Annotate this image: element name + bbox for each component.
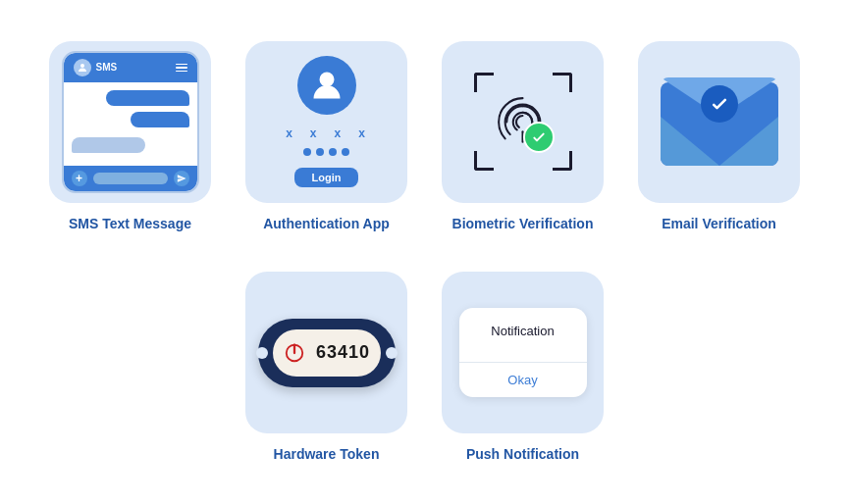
push-okay-button[interactable]: Okay [459,363,587,397]
hw-code-display: 63410 [316,342,370,363]
sms-header-left: SMS [74,59,118,76]
email-envelope-icon [661,77,778,166]
svg-point-1 [319,73,334,87]
bio-frame [474,73,572,171]
bio-corner-tl [474,73,494,92]
envelope-folds [661,117,778,166]
auth-fields: x x x x [273,126,381,156]
envelope-fold-left [661,117,719,166]
row-1: SMS + [47,41,803,232]
sms-header: SMS [64,53,197,82]
svg-point-0 [80,64,84,68]
sms-phone: SMS + [62,51,199,193]
bio-corner-br [553,151,572,171]
main-grid: SMS + [47,41,803,463]
sms-send-icon[interactable] [174,171,189,186]
hw-card-wrapper: 63410 Hardware Token [243,272,410,463]
sms-input [93,173,168,184]
push-notif-title: Notification [471,324,575,338]
sms-label: SMS Text Message [69,215,191,232]
auth-inner: x x x x Login [273,56,381,187]
bio-inner [474,73,572,171]
sms-bubble-right-1 [106,90,189,106]
auth-card-wrapper: x x x x Login Authentication App [243,41,410,232]
auth-card: x x x x Login [245,41,407,203]
push-notification-popup: Notification Okay [459,308,587,397]
bio-label: Biometric Verification [452,215,594,232]
email-card-wrapper: Email Verification [636,41,803,232]
sms-add-icon[interactable]: + [72,171,87,186]
email-check-icon [701,85,738,123]
hw-screen: 63410 [273,329,381,377]
push-notif-body: Notification [459,308,587,362]
hw-card: 63410 [245,272,407,433]
sms-avatar-icon [74,59,91,76]
bio-checkmark-icon [523,122,555,153]
bio-corner-tr [553,73,572,92]
bio-card-wrapper: Biometric Verification [440,41,607,232]
sms-body [64,82,197,166]
sms-card-wrapper: SMS + [47,41,214,232]
hw-power-icon [283,341,306,365]
auth-label: Authentication App [263,215,390,232]
auth-login-button[interactable]: Login [294,168,359,187]
bio-card [442,41,604,203]
email-label: Email Verification [662,215,776,232]
push-label: Push Notification [466,445,579,463]
push-card: Notification Okay [442,272,604,433]
push-card-wrapper: Notification Okay Push Notification [440,272,607,463]
email-card [638,41,800,203]
auth-x-dots: x x x x [286,126,367,140]
hw-token-device: 63410 [258,319,396,387]
sms-bubble-left [72,137,145,153]
hw-hole-right [386,347,398,359]
auth-password-field [273,148,381,156]
auth-avatar-icon [297,56,356,115]
bio-corner-bl [474,151,494,171]
sms-menu-icon [176,64,187,73]
sms-card: SMS + [49,41,211,203]
sms-footer: + [64,166,197,191]
hw-label: Hardware Token [274,445,380,463]
row-2: 63410 Hardware Token Notification Okay P… [243,272,607,463]
sms-bubble-right-2 [131,112,189,127]
auth-username-field: x x x x [273,126,381,140]
hw-hole-left [256,347,268,359]
envelope-fold-right [719,117,778,166]
sms-header-title: SMS [96,62,118,73]
